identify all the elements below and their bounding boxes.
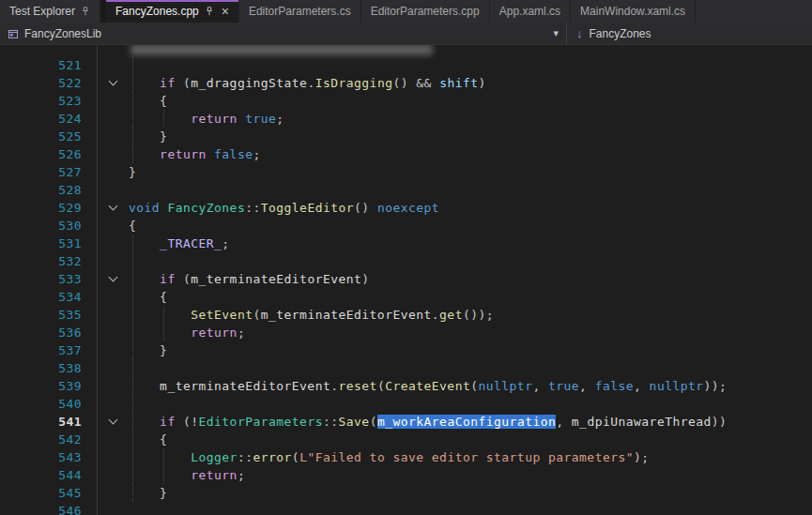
code-text[interactable]: }	[129, 163, 812, 181]
code-text[interactable]: {	[129, 92, 812, 110]
tab-editorparameters-cs[interactable]: EditorParameters.cs	[239, 0, 361, 23]
tab-editorparameters-cpp[interactable]: EditorParameters.cpp	[361, 0, 490, 23]
code-text[interactable]	[129, 395, 812, 413]
code-line: 530{	[0, 217, 812, 235]
code-text[interactable]: if (!EditorParameters::Save(m_workAreaCo…	[129, 413, 812, 431]
line-number: 529	[0, 199, 98, 217]
fold-margin	[98, 448, 129, 466]
line-number: 544	[0, 466, 98, 484]
code-line: 521	[0, 56, 812, 74]
fold-chevron-icon[interactable]	[109, 273, 118, 282]
project-dropdown[interactable]: FancyZonesLib ▾	[0, 23, 567, 44]
line-number: 538	[0, 359, 98, 377]
code-line: 522 if (m_draggingState.IsDragging() && …	[0, 74, 812, 92]
fold-margin	[98, 413, 129, 431]
code-text[interactable]: Logger::error(L"Failed to save editor st…	[129, 448, 812, 466]
fold-margin	[98, 128, 129, 145]
fold-margin	[98, 270, 129, 288]
code-text[interactable]: }	[129, 128, 812, 145]
tab-label: Test Explorer	[9, 5, 75, 18]
code-text[interactable]: if (m_draggingState.IsDragging() && shif…	[129, 74, 812, 92]
line-number: 527	[0, 163, 98, 181]
code-text[interactable]	[129, 45, 812, 56]
fold-margin	[98, 163, 129, 181]
code-text[interactable]: return;	[129, 324, 812, 341]
code-line: 524 return true;	[0, 110, 812, 128]
code-text[interactable]	[129, 359, 812, 377]
fold-chevron-icon[interactable]	[109, 202, 118, 211]
fold-margin	[98, 466, 129, 484]
line-number: 533	[0, 270, 98, 288]
code-text[interactable]: {	[129, 288, 812, 306]
tab-label: EditorParameters.cs	[249, 5, 351, 18]
code-text[interactable]: return false;	[129, 145, 812, 163]
tab-mainwindow-xaml-cs[interactable]: MainWindow.xaml.cs	[571, 0, 696, 23]
code-text[interactable]: {	[129, 217, 812, 235]
member-arrow-icon: ↓	[576, 26, 583, 40]
code-text[interactable]: m_terminateEditorEvent.reset(CreateEvent…	[129, 377, 812, 395]
code-text[interactable]	[129, 56, 812, 74]
code-line: 532	[0, 252, 812, 270]
line-number	[0, 45, 98, 56]
code-text[interactable]: _TRACER_;	[129, 235, 812, 252]
code-editor[interactable]: 521522 if (m_draggingState.IsDragging() …	[0, 45, 812, 515]
fold-margin	[98, 110, 129, 128]
fold-chevron-icon[interactable]	[109, 77, 118, 86]
fold-margin	[98, 377, 129, 395]
code-line: 539 m_terminateEditorEvent.reset(CreateE…	[0, 377, 812, 395]
code-line: 543 Logger::error(L"Failed to save edito…	[0, 448, 812, 466]
vs-window: Test Explorer FancyZones.cpp×EditorParam…	[0, 0, 812, 515]
fold-margin	[98, 181, 129, 199]
project-name: FancyZonesLib	[24, 27, 101, 40]
line-number: 539	[0, 377, 98, 395]
indent-guide	[132, 252, 133, 270]
code-line: 527}	[0, 163, 812, 181]
fold-margin	[98, 74, 129, 92]
code-line: 533 if (m_terminateEditorEvent)	[0, 270, 812, 288]
tab-fancyzones-cpp[interactable]: FancyZones.cpp×	[106, 0, 239, 23]
line-number: 531	[0, 235, 98, 252]
fold-margin	[98, 145, 129, 163]
line-number: 546	[0, 502, 98, 515]
indent-guide	[132, 359, 133, 377]
code-text[interactable]: SetEvent(m_terminateEditorEvent.get());	[129, 306, 812, 324]
blurred-code	[130, 45, 433, 55]
fold-margin	[98, 45, 129, 56]
code-text[interactable]	[129, 502, 812, 515]
code-line: 526 return false;	[0, 145, 812, 163]
pin-icon[interactable]	[205, 7, 214, 16]
line-number: 528	[0, 181, 98, 199]
code-line: 545 }	[0, 484, 812, 502]
code-line: 537 }	[0, 341, 812, 359]
code-line: 531 _TRACER_;	[0, 235, 812, 252]
line-number: 524	[0, 110, 98, 128]
code-text[interactable]: if (m_terminateEditorEvent)	[129, 270, 812, 288]
fold-margin	[98, 324, 129, 341]
code-line: 544 return;	[0, 466, 812, 484]
line-number: 521	[0, 56, 98, 74]
code-line: 525 }	[0, 128, 812, 145]
close-icon[interactable]: ×	[220, 5, 229, 18]
fold-margin	[98, 288, 129, 306]
code-line: 546	[0, 502, 812, 515]
code-text[interactable]: void FancyZones::ToggleEditor() noexcept	[129, 199, 812, 217]
tab-test-explorer[interactable]: Test Explorer	[0, 0, 100, 23]
code-text[interactable]: return;	[129, 466, 812, 484]
code-text[interactable]: }	[129, 484, 812, 502]
line-number: 536	[0, 324, 98, 341]
line-number: 525	[0, 128, 98, 145]
pin-icon[interactable]	[81, 7, 90, 16]
line-number: 532	[0, 252, 98, 270]
code-text[interactable]	[129, 181, 812, 199]
member-dropdown[interactable]: ↓ FancyZones	[567, 23, 812, 44]
line-number: 523	[0, 92, 98, 110]
code-text[interactable]: }	[129, 341, 812, 359]
code-text[interactable]: return true;	[129, 110, 812, 128]
code-text[interactable]	[129, 252, 812, 270]
fold-margin	[98, 484, 129, 502]
tab-app-xaml-cs[interactable]: App.xaml.cs	[490, 0, 571, 23]
fold-chevron-icon[interactable]	[109, 416, 118, 425]
code-line	[0, 45, 812, 56]
code-text[interactable]: {	[129, 431, 812, 448]
line-number: 522	[0, 74, 98, 92]
